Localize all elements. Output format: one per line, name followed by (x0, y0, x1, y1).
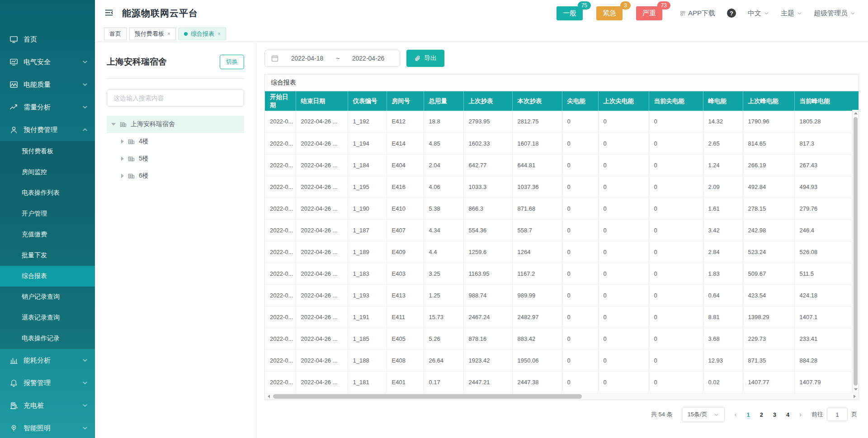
scroll-right-arrow-icon[interactable] (854, 395, 856, 398)
submenu-item[interactable]: 房间监控 (0, 162, 95, 183)
table-cell: 0 (562, 371, 598, 393)
submenu-item[interactable]: 批量下发 (0, 245, 95, 266)
language-selector[interactable]: 中文 (748, 9, 769, 18)
table-cell: 883.42 (512, 328, 562, 349)
tab-close-icon[interactable]: × (217, 31, 221, 37)
sidebar-item[interactable]: 充电桩 (0, 394, 95, 417)
report-table-container: 综合报表 开始日期结束日期仪表编号房间号总用量上次抄表本次抄表尖电能上次尖电能当… (264, 74, 859, 400)
export-button[interactable]: 导出 (406, 50, 444, 67)
table-header-cell: 本次抄表 (512, 91, 562, 111)
horizontal-scrollbar[interactable] (265, 393, 859, 400)
toolbar: 2022-04-18 ~ 2022-04-26 导出 (264, 50, 859, 67)
sidebar-item[interactable]: 首页 (0, 28, 95, 51)
table-cell: 1407.1 (794, 306, 859, 328)
table-cell: 1163.95 (463, 263, 512, 284)
submenu-item[interactable]: 电表操作记录 (0, 328, 95, 349)
date-separator: ~ (336, 55, 340, 62)
caret-right-icon[interactable] (121, 139, 124, 144)
table-cell: 2022-04-26 ... (296, 154, 348, 176)
submenu-item[interactable]: 退表记录查询 (0, 307, 95, 328)
tree-panel: 上海安科瑞宿舍 切换 上海安科瑞宿舍4楼5楼6楼 (95, 42, 256, 438)
table-cell: 0 (649, 306, 703, 328)
table-cell: 0 (649, 111, 703, 132)
vertical-scrollbar-thumb[interactable] (854, 117, 858, 386)
scroll-left-arrow-icon[interactable] (268, 395, 270, 398)
alert-tag[interactable]: 一般75 (557, 6, 583, 20)
theme-selector[interactable]: 主题 (781, 9, 802, 18)
table-cell: E410 (387, 198, 424, 219)
page-number[interactable]: 3 (773, 411, 776, 418)
table-cell: 2022-04-26 ... (296, 241, 348, 263)
table-header-cell: 上次峰电能 (743, 91, 794, 111)
horizontal-scrollbar-thumb[interactable] (273, 394, 582, 399)
sidebar-item[interactable]: 智能照明 (0, 417, 95, 438)
sidebar-item[interactable]: 电能质量 (0, 73, 95, 96)
table-cell: 0 (598, 371, 649, 393)
table-cell: 424.18 (794, 284, 859, 306)
submenu-item[interactable]: 综合报表 (0, 266, 95, 287)
submenu-item[interactable]: 电表操作列表 (0, 183, 95, 203)
prev-page-button[interactable]: ‹ (734, 411, 738, 418)
submenu-item[interactable]: 开户管理 (0, 203, 95, 224)
tree-child-node[interactable]: 5楼 (107, 150, 244, 167)
tab-item[interactable]: 首页 (104, 28, 127, 40)
table-cell: 5.26 (424, 328, 463, 349)
tab-active[interactable]: 综合报表× (179, 28, 226, 40)
search-input[interactable] (107, 89, 244, 107)
power-quality-icon (9, 80, 18, 89)
table-cell: 1_194 (348, 132, 387, 154)
page-number[interactable]: 1 (746, 411, 750, 418)
submenu-item[interactable]: 充值缴费 (0, 224, 95, 245)
table-cell: 14.32 (703, 111, 743, 132)
alert-tag[interactable]: 紧急3 (596, 6, 623, 20)
date-start-value: 2022-04-18 (282, 55, 332, 62)
header-right-group: 一般75紧急3严重73 APP下载 ? 中文 主题 超 (557, 6, 855, 20)
sidebar-item[interactable]: 预付费管理 (0, 118, 95, 141)
date-range-picker[interactable]: 2022-04-18 ~ 2022-04-26 (264, 50, 400, 67)
tree-root-node[interactable]: 上海安科瑞宿舍 (107, 116, 244, 133)
table-header-cell: 仪表编号 (348, 91, 387, 111)
tree-child-node[interactable]: 4楼 (107, 133, 244, 150)
table-cell: 1037.36 (512, 176, 562, 198)
sidebar-item[interactable]: 能耗分析 (0, 349, 95, 372)
page-size-select[interactable]: 15条/页 (682, 407, 725, 422)
caret-right-icon[interactable] (121, 174, 124, 178)
caret-right-icon[interactable] (121, 156, 124, 161)
user-menu[interactable]: 超级管理员 (814, 9, 855, 18)
goto-page: 前往 页 (811, 408, 857, 421)
table-cell: 2022-04-26 ... (296, 306, 348, 328)
switch-button[interactable]: 切换 (220, 55, 244, 69)
sidebar-item-label: 充电桩 (24, 401, 77, 410)
tab-close-icon[interactable]: × (167, 31, 170, 37)
tab-item[interactable]: 预付费看板× (129, 28, 176, 40)
scroll-up-arrow-icon[interactable] (854, 112, 858, 114)
table-cell: 267.43 (794, 154, 859, 176)
sidebar-item[interactable]: 电气安全 (0, 51, 95, 73)
table-cell: 1_188 (348, 349, 387, 371)
page-size-value: 15条/页 (688, 410, 708, 419)
page-number[interactable]: 2 (760, 411, 763, 418)
table-cell: 1.24 (703, 154, 743, 176)
sidebar-item-label: 电气安全 (24, 58, 77, 66)
help-icon[interactable]: ? (727, 9, 736, 18)
page-number[interactable]: 4 (786, 411, 789, 418)
table-cell: 2467.24 (463, 306, 512, 328)
sidebar-item[interactable]: 报警管理 (0, 372, 95, 394)
scroll-down-arrow-icon[interactable] (854, 388, 858, 391)
caret-down-icon[interactable] (111, 123, 116, 126)
next-page-button[interactable]: › (798, 411, 802, 418)
sidebar-item[interactable]: 需量分析 (0, 96, 95, 118)
vertical-scrollbar[interactable] (852, 110, 859, 393)
energy-analysis-icon (9, 356, 18, 365)
table-header-cell: 结束日期 (296, 91, 348, 111)
collapse-menu-icon[interactable] (104, 8, 115, 19)
tree-child-node[interactable]: 6楼 (107, 167, 244, 184)
table-cell: 0 (562, 154, 598, 176)
submenu-item[interactable]: 预付费看板 (0, 141, 95, 162)
submenu-item[interactable]: 销户记录查询 (0, 287, 95, 307)
table-cell: 871.35 (743, 349, 794, 371)
goto-page-input[interactable] (827, 408, 848, 421)
alert-tag[interactable]: 严重73 (636, 6, 662, 20)
alert-count-badge: 75 (578, 1, 591, 9)
app-download-link[interactable]: APP下载 (680, 9, 715, 18)
